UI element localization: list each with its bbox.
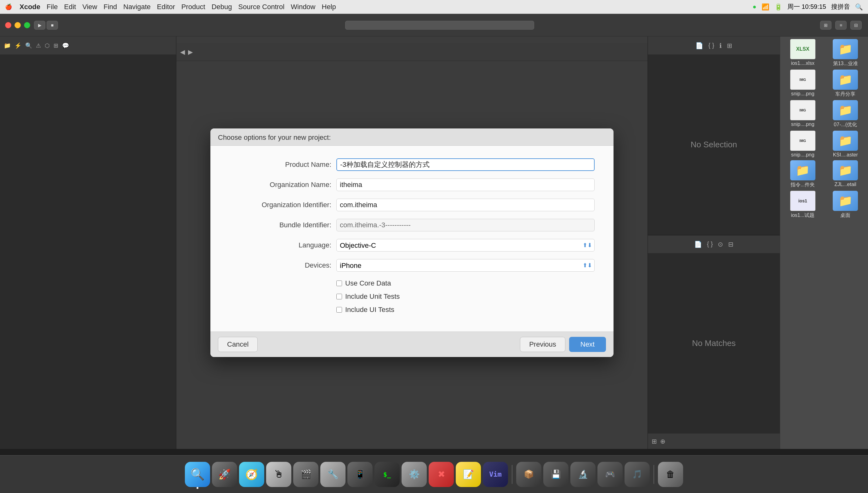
grid2-icon[interactable]: ⊞ (727, 42, 732, 49)
menu-source-control[interactable]: Source Control (238, 3, 285, 11)
dock-safari[interactable]: 🧭 (239, 462, 264, 487)
xlsx-thumb: XLSX (790, 39, 816, 59)
png2-label: snip....png (791, 122, 814, 127)
ui-tests-row: Include UI Tests (336, 306, 595, 314)
doc2-icon[interactable]: 📄 (694, 240, 702, 248)
warning-icon[interactable]: ⚠ (36, 42, 41, 49)
wifi-icon: 📶 (762, 3, 769, 11)
panel-right-icon[interactable]: ⊟ (850, 21, 862, 29)
folder-icon[interactable]: 📁 (4, 42, 11, 49)
dock-notes[interactable]: 📝 (456, 462, 481, 487)
zoom-icon[interactable]: ⊕ (660, 437, 665, 445)
menu-bar-right: ● 📶 🔋 周一 10:59:15 搜拼音 🔍 (753, 2, 863, 11)
dock-vim[interactable]: Vim (483, 462, 508, 487)
grid3-icon[interactable]: ⊞ (652, 437, 657, 445)
minimize-button[interactable] (15, 22, 21, 28)
menu-window[interactable]: Window (291, 3, 315, 11)
info-icon[interactable]: ℹ (719, 42, 722, 49)
rect-icon[interactable]: ⊟ (728, 240, 734, 248)
next-button[interactable]: Next (569, 337, 606, 352)
desktop-item-file2[interactable]: ios1 ios1...试题 (783, 191, 823, 219)
folder1-thumb: 📁 (833, 39, 858, 59)
stop-button[interactable]: ■ (47, 21, 58, 29)
menu-find[interactable]: Find (104, 3, 117, 11)
dock-xmind[interactable]: ✖ (429, 462, 454, 487)
dock-settings[interactable]: ⚙️ (402, 462, 427, 487)
panel-left-icon[interactable]: ⊞ (820, 21, 831, 29)
devices-select[interactable]: iPhone iPad Universal (336, 259, 595, 272)
hex-icon[interactable]: ⬡ (45, 42, 50, 49)
desktop-item-folder2[interactable]: 📁 车丹分享 (825, 69, 866, 98)
ui-tests-label[interactable]: Include UI Tests (345, 306, 394, 314)
unit-tests-checkbox[interactable] (336, 294, 342, 299)
xlsx-label: ios1....xlsx (791, 61, 814, 66)
desktop-item-folder5[interactable]: 📁 指令...件夹 (783, 160, 823, 188)
braces2-icon[interactable]: { } (707, 240, 713, 248)
dock-trash[interactable]: 🗑 (658, 462, 683, 487)
language-select[interactable]: Objective-C Swift (336, 239, 595, 252)
braces-icon[interactable]: { } (708, 42, 714, 49)
dock-app2[interactable]: 💾 (543, 462, 569, 487)
core-data-label[interactable]: Use Core Data (345, 279, 391, 287)
org-identifier-input[interactable] (336, 199, 595, 211)
language-row: Language: Objective-C Swift ⬆⬇ (229, 239, 595, 252)
maximize-button[interactable] (24, 22, 30, 28)
product-name-input[interactable] (336, 158, 595, 171)
dock-app1[interactable]: 📦 (516, 462, 542, 487)
menu-file[interactable]: File (47, 3, 58, 11)
menu-debug[interactable]: Debug (212, 3, 232, 11)
inspector-top: No Selection (648, 55, 780, 235)
bubble-icon[interactable]: 💬 (62, 42, 69, 49)
dock-mouse[interactable]: 🖱 (266, 462, 291, 487)
panel-center-icon[interactable]: ≡ (835, 21, 847, 29)
close-button[interactable] (5, 22, 11, 28)
dock-terminal[interactable]: $_ (375, 462, 400, 487)
menu-bar: 🍎 Xcode File Edit View Find Navigate Edi… (0, 0, 868, 14)
no-matches-label: No Matches (692, 338, 736, 348)
dock-video[interactable]: 🎬 (293, 462, 318, 487)
dock-app3[interactable]: 🔬 (570, 462, 596, 487)
search-icon[interactable]: 🔍 (25, 42, 32, 49)
desktop-item-png3[interactable]: IMG snip....png (783, 131, 823, 158)
cancel-button[interactable]: Cancel (218, 337, 258, 352)
search-menubar-icon[interactable]: 🔍 (855, 3, 863, 11)
devices-row: Devices: iPhone iPad Universal ⬆⬇ (229, 259, 595, 272)
desktop-item-folder1[interactable]: 📁 第13...业准 (825, 39, 866, 67)
doc-icon[interactable]: 📄 (695, 42, 703, 49)
menu-editor[interactable]: Editor (157, 3, 175, 11)
scheme-selector[interactable] (345, 21, 534, 29)
menu-product[interactable]: Product (182, 3, 205, 11)
org-name-input[interactable] (336, 178, 595, 191)
previous-button[interactable]: Previous (520, 337, 565, 352)
dock-finder[interactable]: 🔍 (185, 462, 210, 487)
menu-help[interactable]: Help (322, 3, 336, 11)
desktop-item-png2[interactable]: IMG snip....png (783, 100, 823, 128)
right-panel-bottom-toolbar: 📄 { } ⊙ ⊟ (648, 235, 780, 253)
input-method[interactable]: 搜拼音 (831, 2, 850, 11)
menu-xcode[interactable]: Xcode (20, 3, 40, 11)
desktop-item-xlsx[interactable]: XLSX ios1....xlsx (783, 39, 823, 67)
ui-tests-checkbox[interactable] (336, 307, 342, 313)
dock-app4[interactable]: 🎮 (597, 462, 623, 487)
desktop-item-folder4[interactable]: 📁 KSI....aster (825, 131, 866, 158)
desktop-item-png1[interactable]: IMG snip....png (783, 69, 823, 98)
dock-launchpad[interactable]: 🚀 (212, 462, 237, 487)
dock-tools[interactable]: 🔧 (320, 462, 345, 487)
footer-right-buttons: Previous Next (520, 337, 606, 352)
menu-view[interactable]: View (82, 3, 97, 11)
desktop-item-desktop-folder[interactable]: 📁 桌面 (825, 191, 866, 219)
circle-icon[interactable]: ⊙ (718, 240, 723, 248)
symbol-icon[interactable]: ⚡ (15, 42, 21, 49)
menu-edit[interactable]: Edit (64, 3, 76, 11)
grid-icon[interactable]: ⊞ (54, 42, 58, 49)
unit-tests-label[interactable]: Include Unit Tests (345, 293, 400, 301)
dock-apps[interactable]: 📱 (347, 462, 373, 487)
desktop-item-folder6[interactable]: 📁 ZJL...etail (825, 160, 866, 188)
desktop-item-folder3[interactable]: 📁 07-...(优化 (825, 100, 866, 128)
inspector-bottom: No Matches (648, 253, 780, 433)
apple-menu[interactable]: 🍎 (5, 3, 12, 10)
dock-app5[interactable]: 🎵 (624, 462, 650, 487)
menu-navigate[interactable]: Navigate (124, 3, 151, 11)
core-data-checkbox[interactable] (336, 280, 342, 286)
run-button[interactable]: ▶ (34, 21, 45, 29)
